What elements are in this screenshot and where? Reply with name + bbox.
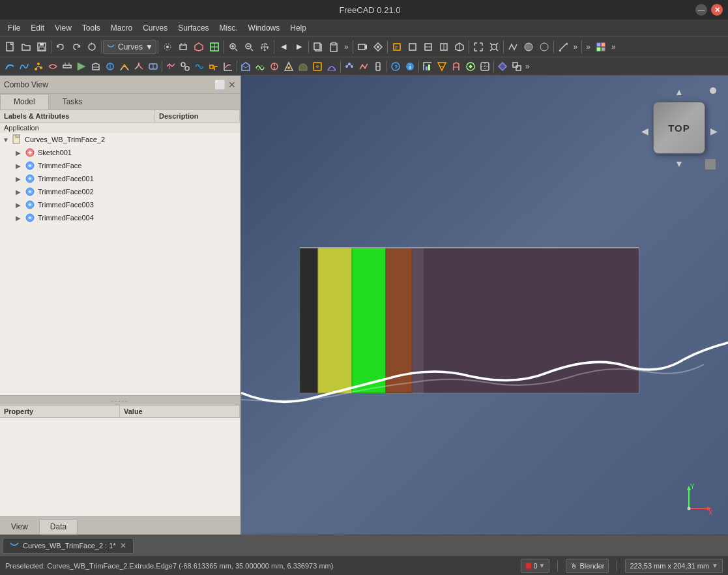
tree-item-trimmedface[interactable]: ▶ TrimmedFace <box>0 159 240 172</box>
combo-expand-btn[interactable]: ⬜ <box>214 80 226 90</box>
curve-tb-29[interactable] <box>449 59 463 74</box>
curve-tb-18[interactable] <box>253 59 267 74</box>
tb-save[interactable] <box>34 39 50 55</box>
curve-tb-6[interactable] <box>74 59 89 74</box>
curve-tb-1[interactable] <box>3 59 17 74</box>
curve-tb-20[interactable] <box>282 59 296 74</box>
tb-select[interactable] <box>257 39 272 55</box>
counter-box[interactable]: 0 ▼ <box>521 559 549 573</box>
tb-redo[interactable] <box>68 39 84 55</box>
curve-tb-21[interactable] <box>296 59 310 74</box>
tb-zoom-sel[interactable] <box>486 39 502 55</box>
tb-more-3[interactable]: » <box>583 42 593 52</box>
tb-zoom-all[interactable] <box>471 39 486 55</box>
curve-tb-22[interactable] <box>310 59 325 74</box>
curve-tb-8[interactable] <box>103 59 117 74</box>
curve-tb-13[interactable] <box>178 59 192 74</box>
bottom-tab-data[interactable]: Data <box>39 519 78 535</box>
curve-tb-16[interactable] <box>221 59 235 74</box>
tb-open[interactable] <box>18 39 34 55</box>
nav-small-cube[interactable] <box>705 158 716 170</box>
curve-tb-32[interactable] <box>495 59 510 74</box>
doc-tab-close[interactable]: ✕ <box>120 541 126 550</box>
menu-file[interactable]: File <box>3 22 25 34</box>
menu-macro[interactable]: Macro <box>106 22 138 34</box>
close-button[interactable]: ✕ <box>711 4 723 16</box>
tb-solid[interactable] <box>521 39 536 55</box>
tb-back[interactable]: ◀ <box>276 39 291 55</box>
curve-tb-5[interactable] <box>60 59 74 74</box>
nav-arrow-up[interactable]: ▲ <box>673 85 686 98</box>
curve-tb-2[interactable] <box>17 59 31 74</box>
curve-tb-17[interactable] <box>239 59 253 74</box>
tree-item-trimmedface003[interactable]: ▶ TrimmedFace003 <box>0 198 240 211</box>
curve-tb-12[interactable] <box>164 59 178 74</box>
tree-item-trimmedface001[interactable]: ▶ TrimmedFace001 <box>0 172 240 185</box>
bottom-tab-view[interactable]: View <box>0 519 39 535</box>
tb-right-view[interactable] <box>436 39 452 55</box>
tb-refresh[interactable] <box>84 39 100 55</box>
minimize-button[interactable]: — <box>695 4 707 16</box>
tb-cam1[interactable] <box>355 39 370 55</box>
tb-view1[interactable] <box>160 39 175 55</box>
tb-top-view[interactable] <box>420 39 436 55</box>
curve-tb-10[interactable] <box>132 59 146 74</box>
menu-edit[interactable]: Edit <box>25 22 50 34</box>
menu-misc[interactable]: Misc. <box>214 22 243 34</box>
curve-tb-4[interactable] <box>46 59 60 74</box>
tb-zoom-out[interactable] <box>241 39 257 55</box>
curve-tb-more[interactable]: » <box>524 62 531 71</box>
tb-copy[interactable] <box>310 39 326 55</box>
tb-paste[interactable] <box>326 39 342 55</box>
tb-shaded[interactable] <box>536 39 552 55</box>
tb-front[interactable]: F <box>389 39 405 55</box>
curve-tb-3[interactable] <box>31 59 46 74</box>
curve-tb-31[interactable] <box>478 59 492 74</box>
curve-tb-24[interactable] <box>342 59 357 74</box>
combo-close-btn[interactable]: ✕ <box>228 80 236 90</box>
curve-tb-7[interactable] <box>89 59 103 74</box>
curve-tb-27[interactable] <box>420 59 435 74</box>
menu-tools[interactable]: Tools <box>77 22 106 34</box>
tb-extra1[interactable] <box>593 39 609 55</box>
tb-view4[interactable] <box>207 39 222 55</box>
nav-arrow-left[interactable]: ◀ <box>638 125 651 138</box>
curve-tb-15[interactable] <box>207 59 221 74</box>
tb-more[interactable]: » <box>342 42 351 52</box>
menu-view[interactable]: View <box>50 22 77 34</box>
panel-resize-divider[interactable]: ----- <box>0 395 240 405</box>
blender-box[interactable]: 🖱 Blender <box>566 559 609 573</box>
3d-viewport[interactable]: ▲ ▼ ◀ ▶ TOP Y <box>241 76 728 535</box>
tb-forward[interactable]: ▶ <box>291 39 307 55</box>
tb-wire[interactable] <box>505 39 521 55</box>
tb-new[interactable] <box>3 39 18 55</box>
tb-view2[interactable] <box>175 39 191 55</box>
menu-surfaces[interactable]: Surfaces <box>173 22 214 34</box>
tb-undo[interactable] <box>53 39 68 55</box>
nav-cube-face[interactable]: TOP <box>653 102 705 154</box>
menu-windows[interactable]: Windows <box>243 22 285 34</box>
curve-tb-14[interactable] <box>192 59 207 74</box>
tb-more-4[interactable]: » <box>609 42 619 52</box>
tb-zoom-in[interactable] <box>226 39 241 55</box>
curve-tb-30[interactable] <box>463 59 478 74</box>
tree-root-item[interactable]: ▼ Curves_WB_TrimFace_2 <box>0 133 240 146</box>
tree-item-sketch001[interactable]: ▶ Sketch001 <box>0 146 240 159</box>
menu-curves[interactable]: Curves <box>138 22 173 34</box>
tb-more-2[interactable]: » <box>571 42 581 52</box>
tab-tasks[interactable]: Tasks <box>49 94 96 110</box>
curve-tb-19[interactable] <box>267 59 282 74</box>
curve-tb-25[interactable] <box>357 59 371 74</box>
tree-item-trimmedface002[interactable]: ▶ TrimmedFace002 <box>0 185 240 198</box>
doc-tab-main[interactable]: Curves_WB_TrimFace_2 : 1* ✕ <box>3 538 134 553</box>
tb-iso-view[interactable] <box>452 39 467 55</box>
menu-help[interactable]: Help <box>285 22 312 34</box>
tb-view3[interactable] <box>191 39 207 55</box>
curve-tb-info[interactable]: i <box>403 59 417 74</box>
workbench-dropdown[interactable]: Curves ▼ <box>103 40 156 54</box>
tree-item-trimmedface004[interactable]: ▶ TrimmedFace004 <box>0 211 240 224</box>
curve-tb-28[interactable] <box>435 59 449 74</box>
tab-model[interactable]: Model <box>0 94 49 110</box>
nav-arrow-down[interactable]: ▼ <box>673 157 686 170</box>
tb-back-view[interactable] <box>405 39 420 55</box>
